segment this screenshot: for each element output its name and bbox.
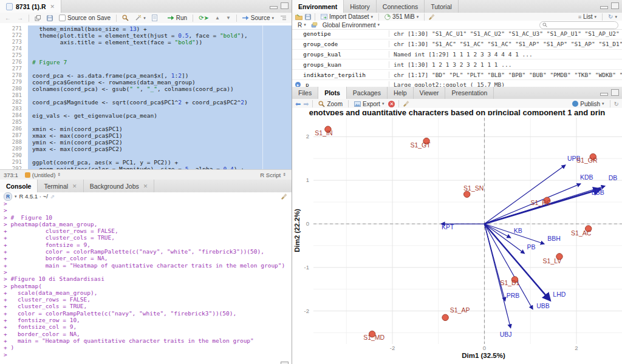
code-line[interactable]: 271 theme_minimal(base_size = 13) + [0,25,292,32]
code-tools-icon[interactable]: ▾ [133,14,148,22]
back-button[interactable]: ← [3,14,13,22]
source-on-save-checkbox[interactable]: Source on Save [57,14,112,22]
maximize-icon[interactable] [611,89,619,96]
refresh-plot-icon[interactable]: ↻ [614,101,619,107]
import-dataset-button[interactable]: Import Dataset ▾ [319,13,375,21]
tab-packages[interactable]: Packages [347,87,388,99]
save-icon[interactable] [45,15,55,22]
code-line[interactable]: 279coord_pca$Genotipe <- rownames(data_m… [0,79,292,86]
rerun-icon[interactable]: ⟳➤ [197,14,211,22]
clear-all-plots-icon[interactable] [403,100,410,107]
doctype-selector[interactable]: R Script ⇕ [258,171,288,179]
svg-text:-1: -1 [304,264,309,271]
tab-terminal[interactable]: Terminal✕ [38,180,83,192]
tab-background-jobs[interactable]: Background Jobs✕ [84,180,155,192]
minimize-icon[interactable] [270,6,278,9]
maximize-icon[interactable] [281,2,289,9]
compile-report-icon[interactable] [150,14,159,22]
plots-window-controls[interactable] [600,89,619,96]
close-icon[interactable]: ✕ [72,183,77,189]
language-selector[interactable]: R ▾ [296,21,308,29]
svg-text:S1_GR: S1_GR [576,157,598,164]
next-chunk-icon[interactable]: ▼ [224,15,233,21]
code-line[interactable]: 284eig_vals <- get_eigenvalue(pca_mean) [0,112,292,119]
zoom-plot-button[interactable]: Zoom [316,100,344,108]
source-button[interactable]: Source ▾ [241,14,276,22]
remove-plot-icon[interactable]: ✕ [388,101,395,107]
tab-plots[interactable]: Plots [318,87,347,99]
forward-button[interactable]: → [15,14,25,22]
next-plot-icon[interactable]: ➡ [303,101,309,107]
environment-selector[interactable]: Global Environment ▾ [321,21,381,29]
clear-environment-icon[interactable] [428,13,436,21]
tab-help[interactable]: Help [388,87,414,99]
code-editor[interactable]: 271 theme_minimal(base_size = 13) +272 t… [0,23,292,172]
environment-variable-row[interactable]: groups_kualNamed int [1:29] 1 1 1 2 3 3 … [292,50,622,60]
code-line[interactable]: 272 theme(plot.title = element_text(hjus… [0,32,292,39]
svg-text:S1_SN: S1_SN [463,184,484,192]
tab-viewer[interactable]: Viewer [414,87,446,99]
tab-console[interactable]: Console [0,180,38,192]
open-in-window-icon[interactable]: ⇗ [50,194,55,200]
run-button[interactable]: Run [166,14,189,22]
code-line[interactable]: 290 [0,152,292,159]
editor-window-controls[interactable] [270,2,289,9]
margin-guide [262,23,263,169]
close-icon[interactable]: ✕ [143,183,148,189]
code-line[interactable]: 275 [0,52,292,59]
environment-variable-row[interactable]: group_codechr [1:30] "S1_AC" "S1_AC" "S1… [292,39,622,50]
code-line[interactable]: 280colnames(coord_pca) <- gsub(" ", "_",… [0,86,292,92]
editor-tab[interactable]: 8731 (1).R ✕ [0,0,61,13]
environment-variable-row[interactable]: genotipechr [1:30] "S1_AC_U1" "S1_AC_U2"… [292,29,622,39]
refresh-icon[interactable]: ↻▾ [606,13,619,21]
code-line[interactable]: 273 axis.title = element_text(face = "bo… [0,39,292,46]
tab-files[interactable]: Files [292,87,318,99]
document-outline-icon[interactable] [278,15,289,21]
code-line[interactable]: 285 [0,119,292,126]
close-icon[interactable]: ✕ [50,4,55,10]
popout-icon[interactable] [33,15,43,22]
code-line[interactable]: 288ymin <- min(coord_pca$PC2) [0,139,292,146]
code-line[interactable]: 274 [0,46,292,52]
tab-environment[interactable]: Environment [292,0,344,13]
code-line[interactable]: 286xmin <- min(coord_pca$PC1) [0,126,292,132]
tab-presentation[interactable]: Presentation [445,87,494,99]
previous-chunk-icon[interactable]: ▲ [213,15,222,21]
r-logo-icon[interactable]: R [4,192,12,201]
search-icon[interactable] [120,14,131,22]
environment-variable-row[interactable]: indikator_terpilihchr [1:17] "BD" "PL" "… [292,70,622,80]
tab-tutorial[interactable]: Tutorial [425,0,459,13]
checkbox-icon[interactable] [59,15,66,21]
environment-search-input[interactable] [539,21,618,29]
save-workspace-icon[interactable] [305,14,311,20]
list-view-button[interactable]: ≡ List ▾ [576,13,598,21]
code-line[interactable]: 287xmax <- max(coord_pca$PC1) [0,132,292,139]
document-section-selector[interactable]: (Untitled) ⇕ [23,171,63,179]
variable-value: chr [1:17] "BD" "PL" "PLT" "BLB" "BPB" "… [389,72,622,78]
load-workspace-icon[interactable] [295,14,302,20]
code-line[interactable]: 277 [0,66,292,72]
variable-name: indikator_terpilih [292,72,389,78]
minimize-icon[interactable] [600,6,608,9]
maximize-icon[interactable] [611,2,619,9]
code-line[interactable]: 282coord_pca$Magnitude <- sqrt(coord_pca… [0,99,292,106]
minimize-icon[interactable] [600,93,608,96]
tab-history[interactable]: History [344,0,377,13]
tab-connections[interactable]: Connections [377,0,425,13]
previous-plot-icon[interactable]: ⬅ [295,101,301,107]
code-line[interactable]: 278coord_pca <- as.data.frame(pca_mean$x… [0,72,292,79]
console-output[interactable]: > > > # Figure 10 > pheatmap(data_mean_g… [0,200,292,364]
code-line[interactable]: 291ggplot(coord_pca, aes(x = PC1, y = PC… [0,159,292,166]
environment-window-controls[interactable] [600,2,619,9]
cursor-position: 373:1 [4,172,18,178]
line-number: 273 [0,39,28,46]
code-line[interactable]: 283 [0,106,292,112]
clear-console-icon[interactable] [281,193,288,200]
publish-button[interactable]: Publish ▾ [570,100,606,108]
code-line[interactable]: 281 [0,92,292,99]
code-line[interactable]: 276# Figure 7 [0,59,292,66]
code-line[interactable]: 289ymax <- max(coord_pca$PC2) [0,146,292,152]
export-plot-button[interactable]: Export ▾ [352,100,386,108]
environment-variable-row[interactable]: groups_kuanint [1:30] 1 2 1 3 2 3 2 1 1 … [292,59,622,70]
memory-usage-button[interactable]: 351 MiB ▾ [383,13,420,21]
